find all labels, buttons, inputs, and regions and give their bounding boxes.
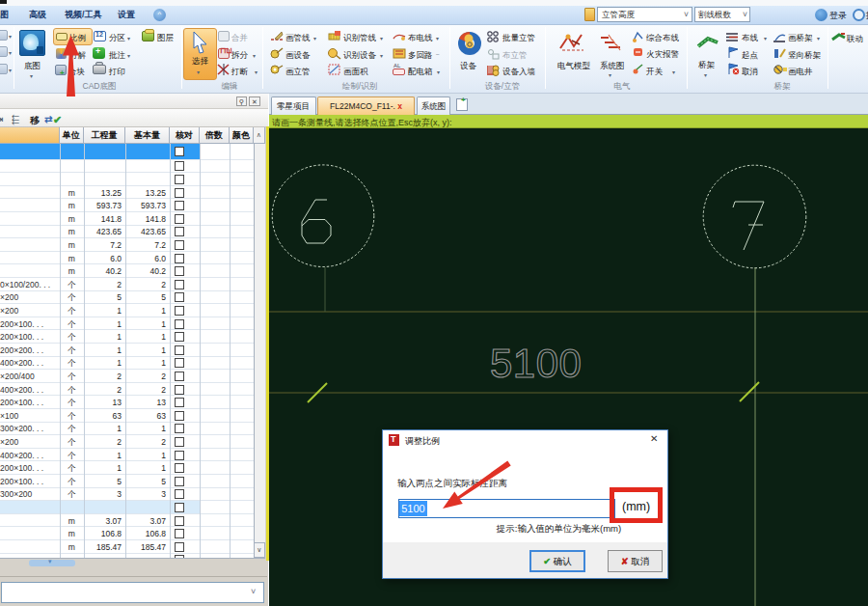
svg-text:5100: 5100	[490, 341, 582, 386]
